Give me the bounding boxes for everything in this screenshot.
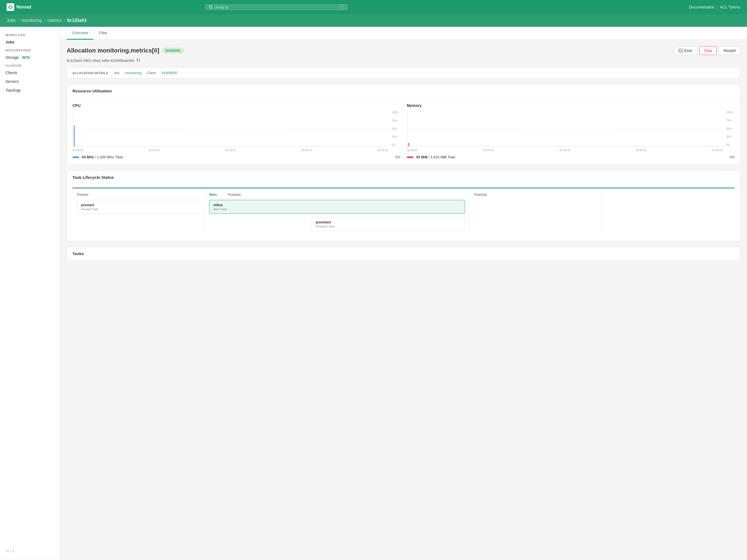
documentation-link[interactable]: Documentation <box>689 5 715 9</box>
sidebar-item-servers[interactable]: Servers <box>0 77 60 86</box>
memory-label: Memory <box>407 103 735 108</box>
copy-icon[interactable] <box>136 58 140 63</box>
poststart-task-box[interactable]: poststart Poststart Task <box>312 217 465 231</box>
tab-files[interactable]: Files <box>94 27 113 40</box>
memory-dot <box>407 156 413 158</box>
tab-overview[interactable]: Overview <box>67 27 94 40</box>
search-shortcut: / <box>340 5 344 9</box>
alloc-job-link[interactable]: monitoring <box>125 71 141 75</box>
breadcrumb-sep-2: / <box>44 18 45 23</box>
memory-pct: 3% <box>729 155 735 159</box>
alloc-id: 6c125a03-0901-d5a1-cd8e-832945bab480 <box>67 58 741 63</box>
tabs-bar: Overview Files <box>60 27 747 40</box>
lifecycle-poststart-label: Poststart <box>228 193 241 197</box>
layout: WORKLOAD Jobs INTEGRATIONS Storage BETA … <box>0 27 747 559</box>
alloc-actions: Exec Stop Restart <box>674 46 741 55</box>
breadcrumb: Jobs / monitoring / metrics / 6c125a03 <box>0 14 747 27</box>
alloc-details-label: ALLOCATION DETAILS <box>73 71 108 75</box>
alloc-id-text: 6c125a03-0901-d5a1-cd8e-832945bab480 <box>67 58 134 62</box>
poststart-task-name: poststart <box>316 220 461 224</box>
sidebar-item-topology[interactable]: Topology <box>0 86 60 95</box>
alloc-details-bar: ALLOCATION DETAILS Job monitoring Client… <box>67 67 741 78</box>
sidebar: WORKLOAD Jobs INTEGRATIONS Storage BETA … <box>0 27 60 559</box>
prestart-task-sub: Prestart Task <box>81 207 196 211</box>
top-nav: Nomad / Documentation | ACL Tokens <box>0 0 747 14</box>
memory-panel: Memory <box>407 103 735 159</box>
svg-point-2 <box>209 5 212 8</box>
cpu-chart <box>73 111 388 147</box>
lifecycle-prestart-label: Prestart <box>77 193 200 197</box>
resource-utilization-card: Resource Utilization CPU <box>67 84 741 165</box>
memory-x-labels: 00:00:0000:00:0000:00:0000:00:0000:00:00 <box>407 148 723 153</box>
page-body: Allocation monitoring.metrics[0] RUNNING… <box>60 40 747 273</box>
alloc-title-text: Allocation monitoring.metrics[0] <box>67 47 159 54</box>
lifecycle-spacer-col <box>602 188 735 235</box>
resource-utilization-body: CPU <box>67 98 740 164</box>
prestart-task-name: prestart <box>81 203 196 207</box>
alloc-client-link[interactable]: 54308685 <box>161 71 177 75</box>
sidebar-item-storage[interactable]: Storage BETA <box>0 53 60 62</box>
sidebar-cluster-label: CLUSTER <box>0 62 60 68</box>
cpu-value: 54 MHz / 1,200 MHz Total <box>82 155 123 159</box>
svg-line-3 <box>212 8 212 9</box>
main-content: Overview Files Allocation monitoring.met… <box>60 27 747 559</box>
task-lifecycle-body: Prestart prestart Prestart Task Main Pos… <box>67 187 740 241</box>
tasks-section-card: Tasks <box>67 247 741 261</box>
poststart-task-sub: Poststart Task <box>316 225 461 228</box>
sidebar-servers-label: Servers <box>5 79 19 84</box>
stop-button[interactable]: Stop <box>699 46 717 55</box>
alloc-client-label: Client <box>147 71 156 75</box>
memory-footer: 55 MiB / 1,624 MiB Total 3% <box>407 155 735 159</box>
tasks-section-title: Tasks <box>67 247 740 260</box>
breadcrumb-jobs[interactable]: Jobs <box>6 18 16 23</box>
lifecycle-main-col: Main Poststart influx Main Task poststar… <box>205 188 470 235</box>
influx-task-box[interactable]: influx Main Task <box>209 200 465 214</box>
memory-chart <box>407 111 723 147</box>
cpu-dot <box>73 156 79 158</box>
lifecycle-prestart-col: Prestart prestart Prestart Task <box>73 188 205 235</box>
search-input[interactable] <box>215 5 338 9</box>
cpu-footer: 54 MHz / 1,200 MHz Total 5% <box>73 155 400 159</box>
search-bar[interactable]: / <box>205 4 347 10</box>
cpu-x-labels: 00:00:0000:00:0000:00:0000:00:0000:00:00 <box>73 148 388 153</box>
sidebar-workload-label: WORKLOAD <box>0 31 60 38</box>
svg-rect-5 <box>137 59 140 61</box>
sidebar-integrations-label: INTEGRATIONS <box>0 47 60 53</box>
alloc-title: Allocation monitoring.metrics[0] RUNNING <box>67 47 184 54</box>
memory-value: 55 MiB / 1,624 MiB Total <box>416 155 455 159</box>
memory-y-labels: 100%75%50%25%0% <box>726 111 733 147</box>
cpu-label: CPU <box>73 103 400 108</box>
sidebar-version: v1.1.2 <box>0 547 60 555</box>
breadcrumb-monitoring[interactable]: monitoring <box>21 18 42 23</box>
acl-tokens-link[interactable]: ACL Tokens <box>720 5 741 9</box>
nav-links: Documentation | ACL Tokens <box>689 5 741 9</box>
influx-task-name: influx <box>213 203 461 207</box>
sidebar-storage-beta: BETA <box>21 56 31 59</box>
exec-icon <box>679 49 682 52</box>
lifecycle-poststop-label: Poststop <box>474 193 597 197</box>
sidebar-storage-label: Storage <box>5 55 19 59</box>
sidebar-clients-label: Clients <box>5 71 17 75</box>
prestart-task-box[interactable]: prestart Prestart Task <box>77 200 200 214</box>
exec-button[interactable]: Exec <box>674 46 697 55</box>
sidebar-item-clients[interactable]: Clients <box>0 68 60 77</box>
sidebar-item-jobs[interactable]: Jobs <box>0 38 60 47</box>
breadcrumb-sep-1: / <box>18 18 19 23</box>
sidebar-jobs-label: Jobs <box>5 40 15 44</box>
restart-button[interactable]: Restart <box>719 46 741 55</box>
cpu-panel: CPU <box>73 103 400 159</box>
brand-icon <box>6 3 14 11</box>
lifecycle-grid: Prestart prestart Prestart Task Main Pos… <box>73 187 735 235</box>
sidebar-topology-label: Topology <box>5 88 21 93</box>
alloc-job-label: Job <box>113 71 119 75</box>
breadcrumb-current: 6c125a03 <box>67 18 86 23</box>
cpu-pct: 5% <box>395 155 400 159</box>
status-badge: RUNNING <box>163 48 184 53</box>
resource-utilization-title: Resource Utilization <box>67 84 740 98</box>
brand-name: Nomad <box>17 5 31 9</box>
alloc-header: Allocation monitoring.metrics[0] RUNNING… <box>67 46 741 55</box>
breadcrumb-metrics[interactable]: metrics <box>47 18 61 23</box>
breadcrumb-sep-3: / <box>64 18 65 23</box>
lifecycle-main-label: Main <box>209 193 216 197</box>
lifecycle-poststop-col: Poststop <box>470 188 602 235</box>
